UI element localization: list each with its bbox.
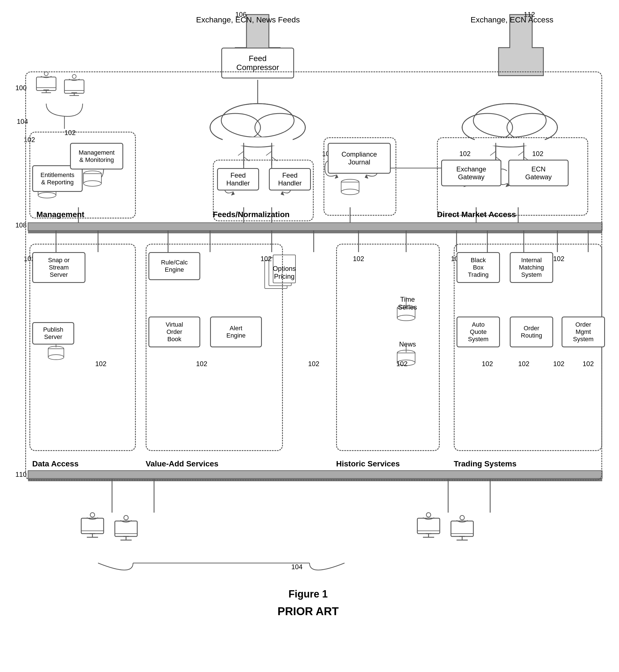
data-access-section-label: Data Access [32,459,79,468]
svg-point-108 [460,516,464,520]
exchange-ecn-news-label: Exchange, ECN, News Feeds [196,15,300,24]
order-routing-box: OrderRouting [510,317,553,347]
svg-rect-97 [417,518,440,534]
trading-systems-section-label: Trading Systems [454,459,517,468]
compliance-journal-box: ComplianceJournal [328,143,391,174]
feed-handler1-box: FeedHandler [217,168,259,191]
internal-matching-system-box: InternalMatchingSystem [510,252,553,283]
feed-handler2-box: FeedHandler [269,168,311,191]
svg-rect-103 [451,521,473,536]
figure-label: Figure 1 [224,588,392,600]
value-add-section-label: Value-Add Services [146,459,218,468]
ref-104-bottom: 104 [291,563,302,571]
black-box-trading-box: BlackBoxTrading [457,252,500,283]
prior-art-label: PRIOR ART [213,605,403,618]
direct-market-section-label: Direct Market Access [437,210,516,219]
exchange-ecn-access-label: Exchange, ECN Access [471,15,553,24]
ecn-gateway-box: ECNGateway [508,160,568,186]
svg-rect-85 [81,518,104,534]
feeds-section-label: Feeds/Normalization [213,210,290,219]
order-mgmt-system-box: OrderMgmtSystem [562,317,605,347]
time-series-label: TimeSeries [389,295,426,311]
news-label: News [389,340,426,348]
options-pricing-label: OptionsPricing [269,265,300,280]
svg-point-96 [124,516,128,520]
svg-point-90 [90,513,95,517]
svg-point-102 [426,513,431,517]
alert-engine-box: AlertEngine [210,317,262,347]
rule-calc-box: Rule/CalcEngine [148,252,200,280]
management-section-label: Management [37,210,84,219]
exchange-gateway-box: ExchangeGateway [441,160,501,186]
publish-server-box: PublishServer [32,322,74,345]
management-monitoring-box: Management& Monitoring [70,143,123,170]
snap-stream-box: Snap orStreamServer [32,252,85,283]
svg-rect-91 [115,521,137,536]
diagram-container: 100 106 112 104 108 110 104 102 102 102 … [0,0,619,672]
auto-quote-system-box: AutoQuoteSystem [457,317,500,347]
historic-services-section-label: Historic Services [336,459,400,468]
virtual-order-book-box: VirtualOrderBook [148,317,200,347]
